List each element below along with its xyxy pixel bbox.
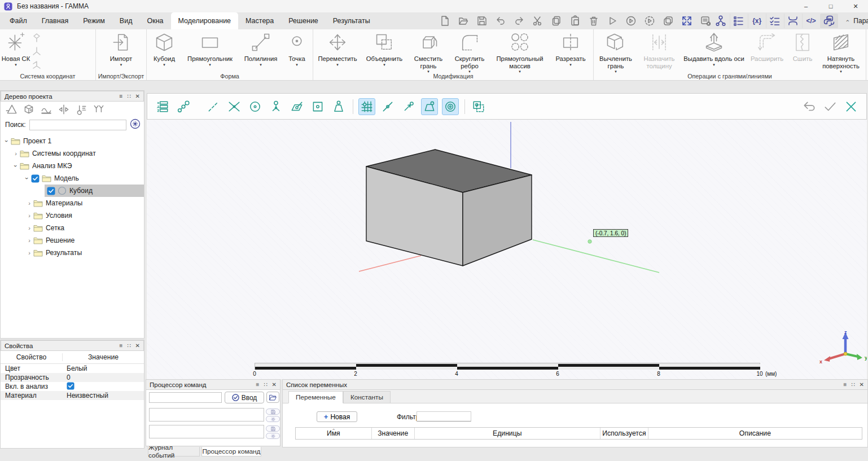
tree-item-solution[interactable]: › Решение: [1, 234, 144, 247]
normal-point-icon[interactable]: [400, 98, 417, 115]
brackets-icon[interactable]: [784, 14, 802, 28]
cone-tool-icon[interactable]: [5, 103, 17, 117]
delete-icon[interactable]: [588, 15, 600, 27]
list-icon[interactable]: [730, 14, 748, 28]
command-history-area[interactable]: [149, 408, 264, 422]
panel-menu-icon[interactable]: ≡: [843, 382, 847, 388]
wave-check-tool-icon[interactable]: [40, 103, 52, 117]
column-name[interactable]: ›Имя: [296, 428, 372, 439]
chevron-collapsed-icon[interactable]: ›: [25, 212, 33, 219]
menu-tab-wizards[interactable]: Мастера: [238, 12, 281, 29]
tab-event-log[interactable]: Журнал событий: [148, 447, 200, 456]
command-input[interactable]: [149, 392, 222, 403]
menu-tab-view[interactable]: Вид: [112, 12, 140, 29]
apply-operation-icon[interactable]: [822, 98, 839, 115]
tree-item-fem-analysis[interactable]: › Анализ МКЭ: [1, 160, 144, 172]
panel-menu-icon[interactable]: ≡: [256, 382, 259, 388]
weight-icon[interactable]: [330, 98, 347, 115]
copy-icon[interactable]: [550, 15, 563, 27]
square-point-icon[interactable]: [309, 98, 326, 115]
panel-menu-icon[interactable]: ≡: [119, 94, 122, 99]
plane-snap-icon[interactable]: [421, 98, 438, 115]
dropdown-caret-icon[interactable]: ▾: [15, 63, 17, 67]
fullscreen-icon[interactable]: [681, 15, 693, 27]
tree-item-coordinate-systems[interactable]: › Системы координат: [1, 147, 144, 160]
menu-tab-results[interactable]: Результаты: [326, 12, 378, 29]
panel-dock-icon[interactable]: ∷: [851, 382, 854, 388]
tree-item-materials[interactable]: › Материалы: [1, 197, 144, 209]
column-value[interactable]: Значение: [372, 428, 415, 439]
menu-tab-home[interactable]: Главная: [34, 12, 76, 29]
run-circle-icon[interactable]: [625, 15, 637, 27]
new-file-icon[interactable]: [439, 15, 451, 27]
open-file-icon[interactable]: [457, 15, 470, 27]
dropdown-caret-icon[interactable]: ▾: [713, 63, 715, 67]
points-chain-icon[interactable]: [175, 98, 192, 115]
concentric-snap-icon[interactable]: [442, 98, 459, 115]
tab-constants[interactable]: Константы: [343, 391, 391, 403]
cs-mini-3-icon[interactable]: [30, 59, 43, 72]
cross-point-icon[interactable]: [226, 98, 243, 115]
redo-icon[interactable]: [513, 15, 525, 27]
chevron-collapsed-icon[interactable]: ›: [25, 225, 33, 231]
stretch-surface-button[interactable]: Натянуть поверхность ▾: [817, 30, 865, 71]
tree-item-mesh[interactable]: › Сетка: [1, 222, 144, 234]
menu-tab-modeling[interactable]: Моделирование: [171, 12, 239, 29]
fillet-edge-button[interactable]: Скруглить ребро ▾: [449, 30, 490, 71]
cs-mini-1-icon[interactable]: [30, 32, 43, 45]
menu-tab-solution[interactable]: Решение: [281, 12, 326, 29]
save-snippet-button[interactable]: [266, 425, 280, 432]
dropdown-caret-icon[interactable]: ▾: [569, 63, 572, 67]
chevron-collapsed-icon[interactable]: ›: [12, 150, 20, 157]
dropdown-caret-icon[interactable]: ▾: [383, 63, 385, 67]
close-button[interactable]: ✕: [843, 0, 868, 12]
maximize-button[interactable]: □: [818, 0, 843, 12]
cube-expand-tool-icon[interactable]: [23, 103, 35, 117]
tab-command-processor[interactable]: Процессор команд: [201, 447, 261, 456]
dropdown-caret-icon[interactable]: ▾: [260, 63, 262, 67]
point-button[interactable]: Точка ▾: [282, 30, 312, 71]
rect-array-button[interactable]: Прямоугольный массив ▾: [490, 30, 549, 71]
mirror-tool-icon[interactable]: [58, 103, 70, 117]
chevron-collapsed-icon[interactable]: ›: [25, 200, 33, 207]
save-icon[interactable]: [476, 15, 488, 27]
dropdown-caret-icon[interactable]: ▾: [163, 63, 165, 67]
chevron-collapsed-icon[interactable]: ›: [25, 237, 33, 244]
scheme-tree-icon[interactable]: [712, 14, 730, 28]
python-console-icon[interactable]: [820, 14, 838, 28]
parameters-button[interactable]: Параметры: [853, 17, 868, 25]
extrude-along-axis-button[interactable]: Выдавить вдоль оси ▾: [682, 30, 746, 71]
dropdown-caret-icon[interactable]: ▾: [296, 63, 298, 67]
open-script-button[interactable]: [266, 392, 279, 403]
xyz-list-icon[interactable]: [154, 98, 171, 115]
cuboid-button[interactable]: Кубоид ▾: [148, 30, 181, 71]
filter-tool-icon[interactable]: [93, 103, 105, 117]
dropdown-caret-icon[interactable]: ▾: [336, 63, 339, 67]
undo-operation-icon[interactable]: [801, 98, 818, 115]
tree-item-model[interactable]: › Модель: [1, 172, 144, 185]
panel-dock-icon[interactable]: ∷: [127, 94, 130, 99]
panel-dock-icon[interactable]: ∷: [127, 343, 130, 349]
panel-close-icon[interactable]: ✕: [135, 94, 140, 99]
panel-close-icon[interactable]: ✕: [860, 382, 864, 388]
menu-tab-mode[interactable]: Режим: [76, 12, 112, 29]
dashed-line-icon[interactable]: [205, 98, 222, 115]
column-used[interactable]: Используется: [600, 428, 648, 439]
polyline-button[interactable]: Полилиния ▾: [239, 30, 282, 71]
paste-icon[interactable]: [569, 15, 581, 27]
command-output-area[interactable]: [149, 425, 264, 438]
dropdown-caret-icon[interactable]: ▾: [120, 63, 122, 67]
code-icon[interactable]: </>: [802, 14, 820, 28]
tab-variables[interactable]: Переменные: [288, 391, 343, 403]
run-icon[interactable]: [606, 15, 619, 27]
new-variable-button[interactable]: + Новая: [317, 411, 357, 422]
property-row-include-in-analysis[interactable]: Вкл. в анализ: [1, 382, 144, 391]
duplicate-icon[interactable]: [662, 15, 674, 27]
enter-command-button[interactable]: Ввод: [225, 392, 264, 403]
property-row-color[interactable]: Цвет Белый: [1, 364, 144, 373]
plane-point-icon[interactable]: [288, 98, 305, 115]
point-on-line-icon[interactable]: [379, 98, 396, 115]
grid-snap-icon[interactable]: [358, 98, 375, 115]
offset-face-button[interactable]: Сместить грань ▾: [408, 30, 449, 71]
extract-face-button[interactable]: Вычленить грань ▾: [595, 30, 637, 71]
